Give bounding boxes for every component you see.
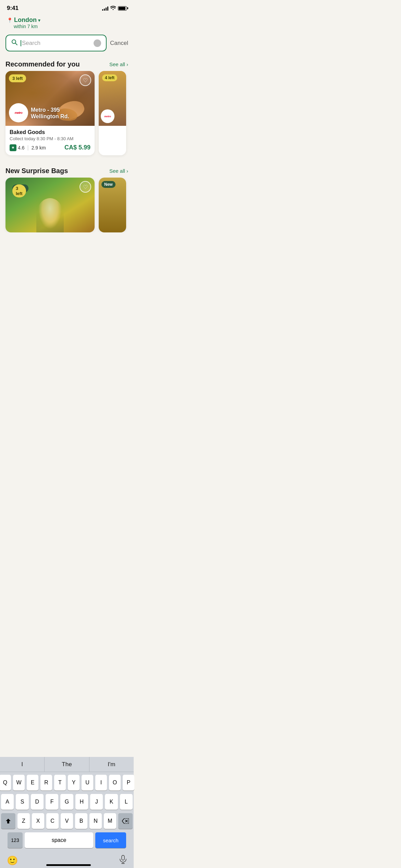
location-header: 📍 London ▾ within 7 km: [0, 14, 134, 31]
badge-3-left: 3 left: [9, 74, 26, 82]
product-card-2-partial[interactable]: 4 left metro: [99, 71, 126, 155]
store-name-overlay-1: Metro - 395Wellington Rd.: [31, 107, 69, 120]
location-radius: within 7 km: [14, 24, 127, 29]
recommended-see-all[interactable]: See all ›: [109, 61, 128, 67]
new-bags-cards-scroll: New 3 left ♡ New: [0, 178, 134, 232]
recommended-title: Recommended for you: [5, 60, 80, 68]
heart-button-bag-1[interactable]: ♡: [80, 181, 91, 193]
location-pin-icon: 📍: [7, 17, 13, 23]
new-bags-header: New Surprise Bags See all ›: [0, 162, 134, 178]
new-surprise-bags-section: New Surprise Bags See all › New 3 left ♡: [0, 162, 134, 232]
new-bags-see-all[interactable]: See all ›: [109, 168, 128, 174]
bag-image-1: New 3 left ♡: [5, 178, 95, 232]
search-container: Search Cancel: [0, 31, 134, 56]
distance-1: 2.9 km: [32, 145, 46, 150]
search-icon: [11, 39, 18, 47]
rating-distance-1: ★ 4.6 | 2.9 km: [10, 144, 46, 151]
bag-card-1[interactable]: New 3 left ♡: [5, 178, 95, 232]
product-card-1[interactable]: 3 left ♡ metro Metro - 395Wellington Rd.…: [5, 71, 95, 155]
new-bags-title: New Surprise Bags: [5, 167, 68, 175]
product-name-1: Baked Goods: [10, 129, 90, 135]
status-bar: 9:41: [0, 0, 134, 14]
badge-new-2: New: [101, 181, 116, 188]
rating-1: ★ 4.6: [10, 144, 24, 151]
location-row[interactable]: 📍 London ▾: [7, 16, 127, 24]
search-input[interactable]: Search: [21, 40, 91, 47]
card-info-1: Baked Goods Collect today 8:30 PM - 8:30…: [5, 126, 95, 155]
badge-3-left-bag: 3 left: [12, 184, 26, 197]
store-logo-1: metro: [9, 103, 28, 122]
card-image-1: 3 left ♡ metro Metro - 395Wellington Rd.: [5, 71, 95, 126]
search-bar[interactable]: Search: [5, 35, 107, 51]
cancel-button[interactable]: Cancel: [110, 40, 128, 47]
heart-button-1[interactable]: ♡: [80, 74, 91, 86]
search-mic-icon: [94, 39, 101, 47]
battery-icon: [118, 6, 127, 11]
recommended-cards-scroll: 3 left ♡ metro Metro - 395Wellington Rd.…: [0, 71, 134, 161]
badge-4-left: 4 left: [102, 74, 117, 81]
location-name: London: [14, 16, 37, 24]
signal-icon: [102, 6, 108, 11]
wifi-icon: [110, 5, 116, 11]
star-icon-1: ★: [10, 144, 16, 151]
svg-line-1: [15, 43, 17, 45]
status-time: 9:41: [7, 5, 19, 12]
card-footer-1: ★ 4.6 | 2.9 km CA$ 5.99: [10, 144, 90, 151]
recommended-header: Recommended for you See all ›: [0, 56, 134, 71]
price-1: CA$ 5.99: [64, 144, 90, 151]
status-icons: [102, 5, 127, 11]
location-chevron-icon: ▾: [38, 17, 40, 23]
metro-logo: metro: [15, 111, 23, 114]
bag-card-2-partial[interactable]: New: [99, 178, 126, 232]
collect-time-1: Collect today 8:30 PM - 8:30 AM: [10, 136, 90, 141]
